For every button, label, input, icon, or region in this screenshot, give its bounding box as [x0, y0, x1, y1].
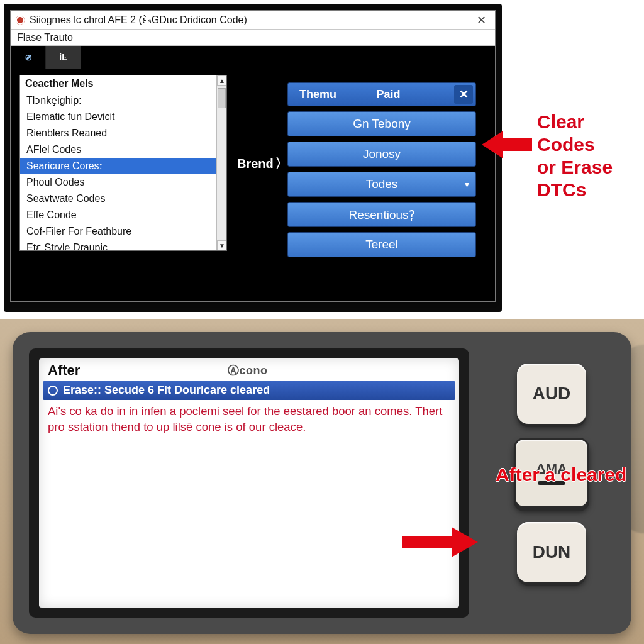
function-listbox[interactable]: Ceacther Mels Tlɔnkȩighip: Elematic fun …: [19, 75, 227, 251]
submenu-item[interactable]: Jonosy: [287, 142, 476, 167]
chevron-right-icon: 〉: [275, 154, 289, 173]
client-area: Ceacther Mels Tlɔnkȩighip: Elematic fun …: [11, 69, 495, 301]
top-screenshot: Siiogmes lc chrōl AFE 2 (ɛ̀ₛGDuc Dridico…: [0, 0, 644, 316]
screen-body-text: Ai's co ka do in in infen a poclemi seel…: [39, 400, 459, 441]
brend-label: Brend 〉: [237, 154, 289, 173]
status-text: Erase:: Secude 6 Flt Douricare cleared: [63, 384, 270, 397]
submenu-close-icon[interactable]: ✕: [454, 85, 473, 104]
app-icon: [16, 16, 25, 25]
toolbar-btn-1[interactable]: ⎚: [11, 46, 46, 69]
listbox-header: Ceacther Mels: [20, 75, 226, 92]
scroll-down-icon[interactable]: ▼: [217, 240, 227, 250]
submenu-item[interactable]: Todes ▾: [287, 172, 476, 197]
listbox-scrollbar[interactable]: ▲ ▼: [216, 75, 226, 250]
close-icon[interactable]: ✕: [473, 13, 490, 27]
scroll-thumb[interactable]: [218, 88, 226, 108]
list-item[interactable]: AFlel Codes: [20, 142, 226, 158]
window-title: Siiogmes lc chrōl AFE 2 (ɛ̀ₛGDuc Dridico…: [30, 14, 473, 26]
submenu: Themu Paid ✕ Gn Tebony Jonosy Todes ▾ Re…: [287, 82, 476, 257]
titlebar: Siiogmes lc chrōl AFE 2 (ɛ̀ₛGDuc Dridico…: [11, 11, 495, 30]
bottom-photo: After Ⓐcono Erase:: Secude 6 Flt Dourica…: [0, 319, 644, 644]
list-item[interactable]: Rienblers Reaned: [20, 125, 226, 142]
list-item[interactable]: Phoul Oodes: [20, 174, 226, 191]
submenu-header-left: Themu: [288, 88, 348, 101]
submenu-item[interactable]: Tereel: [287, 232, 476, 257]
status-ring-icon: [48, 386, 58, 396]
menubar-text[interactable]: Flase Trauto: [17, 32, 73, 43]
annotation-arrow-left-icon: [482, 131, 532, 158]
status-bar: Erase:: Secude 6 Flt Douricare cleared: [43, 381, 455, 400]
hw-button-dun[interactable]: DUN: [517, 522, 586, 582]
screen-header: After Ⓐcono: [39, 358, 459, 380]
list-item[interactable]: Effe Conde: [20, 207, 226, 223]
list-item[interactable]: Etɛ Stryle Draupic: [20, 240, 226, 251]
submenu-item[interactable]: Gn Tebony: [287, 111, 476, 136]
list-item-selected[interactable]: Searicure Coresː: [20, 158, 226, 174]
annotation-text-top: Clear Codes or Erase DTCs: [537, 111, 641, 201]
list-item[interactable]: Cof-Filer For Feathbure: [20, 223, 226, 240]
after-label: After: [48, 362, 80, 379]
scanner-screen: After Ⓐcono Erase:: Secude 6 Flt Dourica…: [39, 358, 459, 608]
list-item[interactable]: Seavtwate Codes: [20, 191, 226, 207]
monitor-frame: Siiogmes lc chrōl AFE 2 (ɛ̀ₛGDuc Dridico…: [4, 4, 502, 312]
scanner-device: After Ⓐcono Erase:: Secude 6 Flt Dourica…: [13, 332, 631, 634]
annotation-text-bottom: After a cleared: [496, 464, 626, 486]
brand-label: Ⓐcono: [228, 363, 268, 378]
hw-button-aud[interactable]: AUD: [517, 364, 586, 424]
annotation-arrow-right-icon: [402, 527, 478, 557]
scanner-bezel: After Ⓐcono Erase:: Secude 6 Flt Dourica…: [29, 348, 469, 618]
chevron-down-icon: ▾: [465, 179, 469, 189]
list-item[interactable]: Tlɔnkȩighip:: [20, 92, 226, 109]
list-item[interactable]: Elematic fun Devicit: [20, 109, 226, 125]
toolbar: ⎚ iĿ: [11, 46, 495, 69]
app-window: Siiogmes lc chrōl AFE 2 (ɛ̀ₛGDuc Dridico…: [10, 10, 496, 302]
submenu-item[interactable]: Resentious?̨: [287, 202, 476, 227]
listbox-items: Tlɔnkȩighip: Elematic fun Devicit Rienbl…: [20, 92, 226, 251]
toolbar-btn-2[interactable]: iĿ: [46, 46, 81, 69]
submenu-header: Themu Paid ✕: [287, 82, 476, 106]
scroll-up-icon[interactable]: ▲: [217, 75, 227, 86]
menubar[interactable]: Flase Trauto: [11, 30, 495, 46]
submenu-header-mid: Paid: [348, 88, 454, 101]
